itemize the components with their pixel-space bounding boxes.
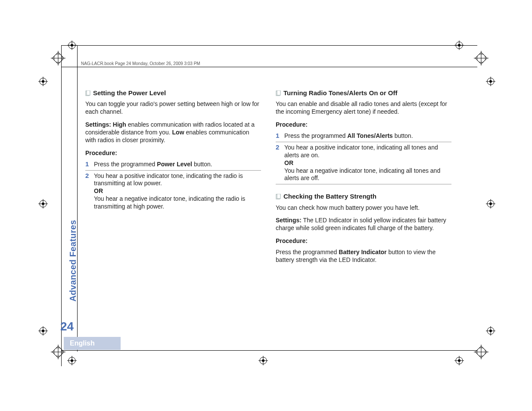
reg-diamond-icon — [51, 345, 65, 359]
reg-diamond-icon — [474, 345, 488, 359]
paragraph: You can check how much battery power you… — [276, 204, 451, 212]
procedure-label: Procedure: — [85, 149, 261, 157]
step-number: 2 — [276, 144, 281, 183]
reg-target-icon — [486, 77, 495, 86]
paragraph: Settings: The LED Indicator in solid yel… — [276, 217, 451, 232]
reg-diamond-icon — [51, 51, 65, 65]
reg-target-icon — [486, 326, 495, 336]
reg-target-icon — [38, 326, 48, 336]
reg-target-icon — [454, 356, 464, 365]
paragraph: You can enable and disable all radio ton… — [276, 100, 451, 116]
step-number: 1 — [85, 161, 90, 168]
heading-tones: Turning Radio Tones/Alerts On or Off — [276, 89, 451, 97]
svg-rect-57 — [87, 90, 90, 95]
step-text: You hear a positive indicator tone, indi… — [94, 172, 261, 211]
step-1: 1 Press the programmed All Tones/Alerts … — [276, 132, 451, 142]
svg-rect-59 — [277, 90, 280, 95]
step-text: You hear a positive indicator tone, indi… — [284, 144, 451, 183]
step-1: 1 Press the programmed Power Level butto… — [85, 161, 261, 171]
book-icon — [85, 90, 90, 96]
reg-target-icon — [38, 77, 48, 86]
step-2: 2 You hear a positive indicator tone, in… — [276, 144, 451, 185]
paragraph: You can toggle your radio's power settin… — [85, 100, 261, 116]
heading-text: Turning Radio Tones/Alerts On or Off — [283, 89, 397, 97]
step-text: Press the programmed All Tones/Alerts bu… — [284, 132, 451, 140]
reg-diamond-icon — [474, 51, 488, 65]
paragraph: Press the programmed Battery Indicator b… — [276, 249, 451, 264]
column-right: Turning Radio Tones/Alerts On or Off You… — [276, 89, 451, 269]
section-label: Advanced Features — [68, 291, 78, 302]
heading-text: Setting the Power Level — [93, 89, 166, 97]
step-2: 2 You hear a positive indicator tone, in… — [85, 172, 261, 213]
page-number: 24 — [60, 320, 74, 333]
procedure-label: Procedure: — [276, 237, 451, 245]
svg-rect-61 — [277, 194, 280, 199]
procedure-label: Procedure: — [276, 121, 451, 129]
language-label: English — [64, 337, 121, 350]
reg-target-icon — [486, 199, 495, 209]
page-header: NAG-LACR.book Page 24 Monday, October 26… — [81, 61, 200, 66]
column-left: Setting the Power Level You can toggle y… — [85, 89, 261, 269]
heading-power-level: Setting the Power Level — [85, 89, 261, 97]
heading-battery: Checking the Battery Strength — [276, 192, 451, 200]
book-icon — [276, 193, 281, 199]
step-number: 1 — [276, 132, 281, 140]
page-content: Setting the Power Level You can toggle y… — [85, 89, 451, 269]
paragraph: Settings: High enables communication wit… — [85, 121, 261, 144]
reg-target-icon — [258, 356, 268, 365]
heading-text: Checking the Battery Strength — [283, 192, 376, 200]
reg-target-icon — [454, 40, 464, 50]
step-number: 2 — [85, 172, 90, 211]
reg-target-icon — [38, 199, 48, 209]
reg-target-icon — [67, 356, 77, 365]
reg-target-icon — [67, 40, 77, 50]
book-icon — [276, 90, 281, 96]
step-text: Press the programmed Power Level button. — [94, 161, 261, 168]
